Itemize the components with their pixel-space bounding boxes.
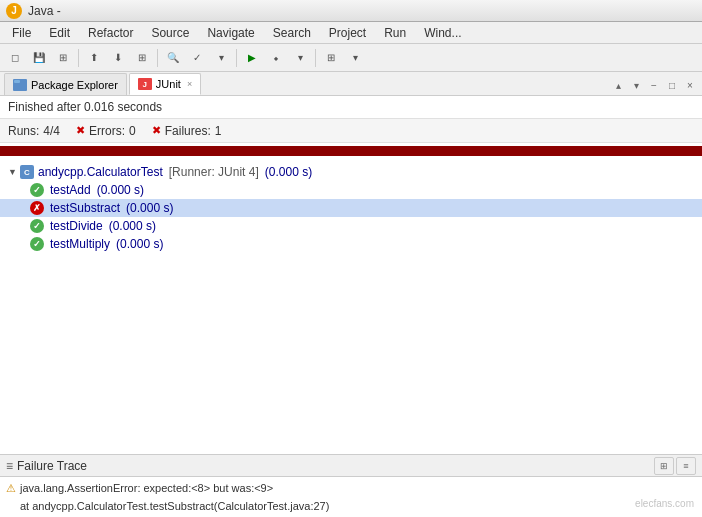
root-time: (0.000 s) xyxy=(265,165,312,179)
test-name-1: testSubstract xyxy=(50,201,120,215)
test-tree: ▼ C andycpp.CalculatorTest [Runner: JUni… xyxy=(0,159,702,454)
tree-test-item-1[interactable]: ✗ testSubstract (0.000 s) xyxy=(0,199,702,217)
progress-bar xyxy=(0,146,702,156)
menu-search[interactable]: Search xyxy=(265,23,319,43)
menu-file[interactable]: File xyxy=(4,23,39,43)
runs-stat: Runs: 4/4 xyxy=(8,124,60,138)
tab-close-panel-btn[interactable]: × xyxy=(682,77,698,93)
test-pass-icon-2: ✓ xyxy=(30,219,44,233)
app-icon: J xyxy=(6,3,22,19)
tab-package-explorer-label: Package Explorer xyxy=(31,79,118,91)
toolbar-check-btn[interactable]: ✓ xyxy=(186,47,208,69)
failure-trace-title: Failure Trace xyxy=(17,459,87,473)
errors-label: Errors: xyxy=(89,124,125,138)
menu-navigate[interactable]: Navigate xyxy=(199,23,262,43)
title-bar: J Java - xyxy=(0,0,702,22)
junit-icon: J xyxy=(138,78,152,90)
failure-trace-header: ≡ Failure Trace ⊞ ≡ xyxy=(0,455,702,477)
menu-bar: File Edit Refactor Source Navigate Searc… xyxy=(0,22,702,44)
root-runner: [Runner: JUnit 4] xyxy=(169,165,259,179)
failure-trace-copy-btn[interactable]: ⊞ xyxy=(654,457,674,475)
menu-window[interactable]: Wind... xyxy=(416,23,469,43)
toolbar-grid-btn[interactable]: ⊞ xyxy=(320,47,342,69)
toolbar-search-btn[interactable]: 🔍 xyxy=(162,47,184,69)
trace-item-0[interactable]: ⚠ java.lang.AssertionError: expected:<8>… xyxy=(0,479,702,497)
tree-test-item-0[interactable]: ✓ testAdd (0.000 s) xyxy=(0,181,702,199)
failures-value: 1 xyxy=(215,124,222,138)
tab-close-btn[interactable]: × xyxy=(187,79,192,89)
toolbar: ◻ 💾 ⊞ ⬆ ⬇ ⊞ 🔍 ✓ ▾ ▶ ⬥ ▾ ⊞ ▾ xyxy=(0,44,702,72)
menu-refactor[interactable]: Refactor xyxy=(80,23,141,43)
menu-source[interactable]: Source xyxy=(143,23,197,43)
toolbar-drop1-btn[interactable]: ▾ xyxy=(210,47,232,69)
test-time-2: (0.000 s) xyxy=(109,219,156,233)
menu-edit[interactable]: Edit xyxy=(41,23,78,43)
test-time-0: (0.000 s) xyxy=(97,183,144,197)
tab-max-btn[interactable]: □ xyxy=(664,77,680,93)
errors-icon: ✖ xyxy=(76,124,85,137)
menu-run[interactable]: Run xyxy=(376,23,414,43)
tab-junit[interactable]: J JUnit × xyxy=(129,73,201,95)
toolbar-sep-4 xyxy=(315,49,316,67)
toolbar-drop2-btn[interactable]: ▾ xyxy=(289,47,311,69)
class-icon: C xyxy=(20,165,34,179)
failures-label: Failures: xyxy=(165,124,211,138)
trace-error-icon: ⚠ xyxy=(6,482,16,495)
package-explorer-icon xyxy=(13,79,27,91)
toolbar-import-btn[interactable]: ⬇ xyxy=(107,47,129,69)
errors-value: 0 xyxy=(129,124,136,138)
tab-arrow-down-btn[interactable]: ▾ xyxy=(628,77,644,93)
stats-row: Runs: 4/4 ✖ Errors: 0 ✖ Failures: 1 xyxy=(0,119,702,143)
test-time-1: (0.000 s) xyxy=(126,201,173,215)
failure-header-controls: ⊞ ≡ xyxy=(654,457,696,475)
tree-root-item[interactable]: ▼ C andycpp.CalculatorTest [Runner: JUni… xyxy=(0,163,702,181)
failures-icon: ✖ xyxy=(152,124,161,137)
toolbar-run-btn[interactable]: ▶ xyxy=(241,47,263,69)
failures-stat: ✖ Failures: 1 xyxy=(152,124,222,138)
toolbar-save-btn[interactable]: 💾 xyxy=(28,47,50,69)
toolbar-sep-3 xyxy=(236,49,237,67)
failure-trace-filter-btn[interactable]: ≡ xyxy=(676,457,696,475)
toolbar-debug-btn[interactable]: ⬥ xyxy=(265,47,287,69)
failure-trace-icon: ≡ xyxy=(6,459,13,473)
test-time-3: (0.000 s) xyxy=(116,237,163,251)
progress-bar-fill xyxy=(0,146,702,156)
toolbar-save-all-btn[interactable]: ⊞ xyxy=(52,47,74,69)
runs-value: 4/4 xyxy=(43,124,60,138)
toolbar-export-btn[interactable]: ⬆ xyxy=(83,47,105,69)
trace-text-0: java.lang.AssertionError: expected:<8> b… xyxy=(20,482,273,494)
tree-collapse-arrow[interactable]: ▼ xyxy=(8,167,18,177)
tab-min-btn[interactable]: − xyxy=(646,77,662,93)
test-fail-icon-1: ✗ xyxy=(30,201,44,215)
root-class-name: andycpp.CalculatorTest xyxy=(38,165,163,179)
status-line: Finished after 0.016 seconds xyxy=(0,96,702,119)
toolbar-drop3-btn[interactable]: ▾ xyxy=(344,47,366,69)
status-text: Finished after 0.016 seconds xyxy=(8,100,162,114)
svg-rect-0 xyxy=(14,82,26,90)
junit-panel: Finished after 0.016 seconds Runs: 4/4 ✖… xyxy=(0,96,702,517)
tab-right-controls: ▴ ▾ − □ × xyxy=(610,77,698,95)
runs-label: Runs: xyxy=(8,124,39,138)
watermark: elecfans.com xyxy=(635,498,694,509)
test-name-0: testAdd xyxy=(50,183,91,197)
tab-junit-label: JUnit xyxy=(156,78,181,90)
tab-arrow-up-btn[interactable]: ▴ xyxy=(610,77,626,93)
tab-bar: Package Explorer J JUnit × ▴ ▾ − □ × xyxy=(0,72,702,96)
toolbar-sep-1 xyxy=(78,49,79,67)
test-name-3: testMultiply xyxy=(50,237,110,251)
failure-trace-items: ⚠ java.lang.AssertionError: expected:<8>… xyxy=(0,477,702,517)
tree-test-item-3[interactable]: ✓ testMultiply (0.000 s) xyxy=(0,235,702,253)
test-pass-icon-0: ✓ xyxy=(30,183,44,197)
failure-trace-panel: ≡ Failure Trace ⊞ ≡ ⚠ java.lang.Assertio… xyxy=(0,454,702,517)
test-pass-icon-3: ✓ xyxy=(30,237,44,251)
main-content: Finished after 0.016 seconds Runs: 4/4 ✖… xyxy=(0,96,702,454)
trace-item-1[interactable]: at andycpp.CalculatorTest.testSubstract(… xyxy=(0,497,702,515)
errors-stat: ✖ Errors: 0 xyxy=(76,124,136,138)
toolbar-sep-2 xyxy=(157,49,158,67)
tree-test-item-2[interactable]: ✓ testDivide (0.000 s) xyxy=(0,217,702,235)
tab-package-explorer[interactable]: Package Explorer xyxy=(4,73,127,95)
test-name-2: testDivide xyxy=(50,219,103,233)
toolbar-new-btn[interactable]: ◻ xyxy=(4,47,26,69)
toolbar-build-btn[interactable]: ⊞ xyxy=(131,47,153,69)
menu-project[interactable]: Project xyxy=(321,23,374,43)
